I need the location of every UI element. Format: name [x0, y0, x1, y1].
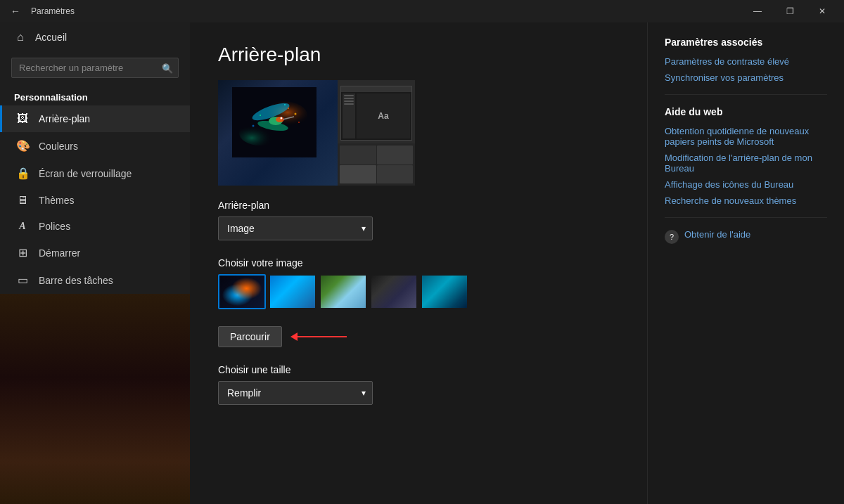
- search-input[interactable]: [11, 58, 179, 78]
- background-select-wrapper: Image Couleur unie Diaporama ▾: [218, 217, 373, 240]
- svg-point-11: [284, 104, 286, 105]
- preview-side: Aa: [338, 80, 415, 186]
- image-thumb-3[interactable]: [319, 274, 367, 309]
- preview-thumb-1: [340, 146, 376, 164]
- minimize-button[interactable]: —: [741, 0, 774, 22]
- sidebar-item-barre-taches[interactable]: ▭ Barre des tâches: [0, 266, 190, 294]
- preview-aa-label: Aa: [378, 111, 388, 121]
- preview-thumb-2: [377, 146, 414, 164]
- sidebar-home-label: Accueil: [35, 32, 67, 43]
- preview-side-top: Aa: [338, 80, 415, 143]
- high-contrast-link[interactable]: Paramètres de contraste élevé: [665, 56, 827, 67]
- preview-window-content: Aa: [357, 93, 410, 138]
- wallpaper-link[interactable]: Obtention quotidienne de nouveaux papier…: [665, 126, 827, 147]
- polices-icon: A: [16, 221, 29, 232]
- sidebar-item-home[interactable]: ⌂ Accueil: [0, 22, 190, 52]
- sidebar-item-ecran-label: Écran de verrouillage: [39, 168, 132, 179]
- size-section: Choisir une taille Remplir Ajuster Étire…: [218, 364, 619, 405]
- right-panel: Paramètres associés Paramètres de contra…: [647, 22, 844, 504]
- title-bar-title: Paramètres: [31, 6, 75, 16]
- get-help-link[interactable]: Obtenir de l'aide: [684, 229, 750, 240]
- sidebar-item-demarrer[interactable]: ⊞ Démarrer: [0, 239, 190, 266]
- arrow-line: [298, 336, 347, 337]
- svg-point-13: [252, 125, 255, 127]
- barre-icon: ▭: [16, 273, 29, 287]
- sidebar-search: 🔍: [11, 58, 179, 78]
- back-button[interactable]: ←: [6, 1, 25, 21]
- title-bar: ← Paramètres — ❐ ✕: [0, 0, 844, 22]
- thumb-inner-4: [371, 276, 416, 308]
- sidebar-item-polices[interactable]: A Polices: [0, 214, 190, 239]
- svg-point-14: [298, 122, 300, 123]
- right-divider-2: [665, 217, 827, 218]
- red-arrow: [290, 332, 347, 341]
- choose-image-label: Choisir votre image: [218, 257, 619, 269]
- preview-container: Aa: [218, 80, 415, 186]
- page-title: Arrière-plan: [218, 44, 619, 66]
- modify-background-link[interactable]: Modification de l'arrière-plan de mon Bu…: [665, 153, 827, 174]
- sidebar-item-themes[interactable]: 🖥 Thèmes: [0, 187, 190, 214]
- sync-settings-link[interactable]: Synchroniser vos paramètres: [665, 72, 827, 83]
- preview-hummingbird: [232, 87, 316, 157]
- right-divider-1: [665, 94, 827, 95]
- sidebar-item-themes-label: Thèmes: [39, 195, 75, 206]
- sidebar-item-couleurs[interactable]: 🎨 Couleurs: [0, 132, 190, 160]
- new-themes-link[interactable]: Recherche de nouveaux thèmes: [665, 195, 827, 206]
- choose-image-section: Choisir votre image: [218, 257, 619, 309]
- desktop-icons-link[interactable]: Affichage des icônes du Bureau: [665, 179, 827, 190]
- size-select[interactable]: Remplir Ajuster Étirer Mosaïque Centrer …: [218, 381, 373, 405]
- svg-point-8: [281, 117, 283, 119]
- thumb-inner-5: [422, 276, 467, 308]
- browse-button[interactable]: Parcourir: [218, 326, 282, 347]
- preview-thumb-4: [377, 165, 414, 184]
- svg-point-9: [288, 108, 289, 109]
- preview-window-titlebar: [341, 86, 411, 92]
- image-thumb-4[interactable]: [370, 274, 418, 309]
- sidebar-section-title: Personnalisation: [0, 84, 190, 105]
- thumb-inner-2: [270, 276, 315, 308]
- sidebar-item-arriere-plan[interactable]: 🖼 Arrière-plan: [0, 105, 190, 132]
- home-icon: ⌂: [14, 31, 27, 44]
- image-thumb-2[interactable]: [269, 274, 316, 309]
- preview-side-bottom: [338, 143, 415, 186]
- background-label: Arrière-plan: [218, 200, 619, 211]
- preview-window-sidebar-mock: [343, 93, 355, 138]
- sidebar-item-demarrer-label: Démarrer: [39, 247, 80, 259]
- size-select-wrapper: Remplir Ajuster Étirer Mosaïque Centrer …: [218, 381, 373, 405]
- arriere-plan-icon: 🖼: [16, 112, 29, 125]
- related-settings-title: Paramètres associés: [665, 37, 827, 48]
- thumb-inner-3: [321, 276, 366, 308]
- background-section: Arrière-plan Image Couleur unie Diaporam…: [218, 200, 619, 240]
- web-help-title: Aide du web: [665, 106, 827, 117]
- close-button[interactable]: ✕: [806, 0, 838, 22]
- svg-point-12: [260, 115, 261, 116]
- search-icon: 🔍: [162, 63, 173, 73]
- thumb-inner-1: [219, 276, 264, 308]
- sidebar-item-couleurs-label: Couleurs: [39, 141, 78, 152]
- restore-button[interactable]: ❐: [774, 0, 806, 22]
- couleurs-icon: 🎨: [16, 139, 29, 153]
- svg-point-10: [295, 113, 297, 115]
- preview-window-body: Aa: [341, 92, 411, 140]
- title-bar-controls: — ❐ ✕: [741, 0, 838, 22]
- preview-window-mock: Aa: [340, 86, 412, 141]
- image-thumb-1[interactable]: [218, 274, 266, 309]
- sidebar: ⌂ Accueil 🔍 Personnalisation 🖼 Arrière-p…: [0, 22, 190, 504]
- title-bar-left: ← Paramètres: [6, 1, 75, 21]
- sidebar-item-barre-label: Barre des tâches: [39, 275, 113, 286]
- themes-icon: 🖥: [16, 194, 29, 207]
- preview-thumb-3: [340, 165, 376, 184]
- background-select[interactable]: Image Couleur unie Diaporama: [218, 217, 373, 240]
- image-thumb-5[interactable]: [421, 274, 468, 309]
- sidebar-item-ecran-verrouillage[interactable]: 🔒 Écran de verrouillage: [0, 160, 190, 187]
- help-icon: ?: [665, 230, 679, 244]
- help-item: ? Obtenir de l'aide: [665, 229, 827, 244]
- browse-area: Parcourir: [218, 326, 619, 347]
- sidebar-item-arriere-plan-label: Arrière-plan: [39, 113, 90, 124]
- sidebar-background: [0, 294, 190, 504]
- main-container: ⌂ Accueil 🔍 Personnalisation 🖼 Arrière-p…: [0, 22, 844, 504]
- content-area: Arrière-plan: [190, 22, 647, 504]
- ecran-icon: 🔒: [16, 167, 29, 180]
- choose-size-label: Choisir une taille: [218, 364, 619, 375]
- demarrer-icon: ⊞: [16, 246, 29, 259]
